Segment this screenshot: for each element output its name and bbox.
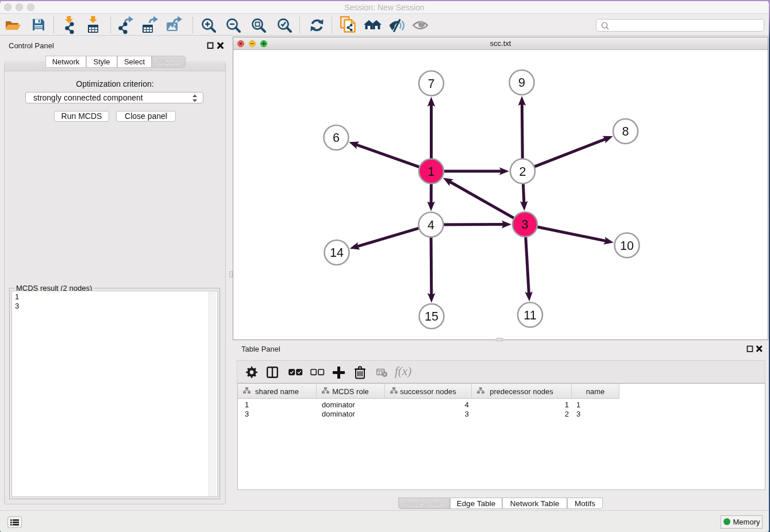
- svg-text:10: 10: [620, 239, 634, 253]
- svg-text:9: 9: [518, 76, 525, 90]
- svg-text:15: 15: [425, 310, 438, 323]
- svg-text:6: 6: [333, 131, 340, 145]
- svg-text:14: 14: [330, 246, 344, 260]
- svg-text:3: 3: [522, 218, 529, 232]
- svg-text:11: 11: [523, 309, 536, 322]
- svg-text:8: 8: [622, 125, 629, 138]
- svg-text:7: 7: [428, 77, 435, 91]
- svg-text:2: 2: [519, 165, 526, 179]
- svg-text:4: 4: [428, 218, 434, 232]
- svg-text:1: 1: [428, 165, 435, 179]
